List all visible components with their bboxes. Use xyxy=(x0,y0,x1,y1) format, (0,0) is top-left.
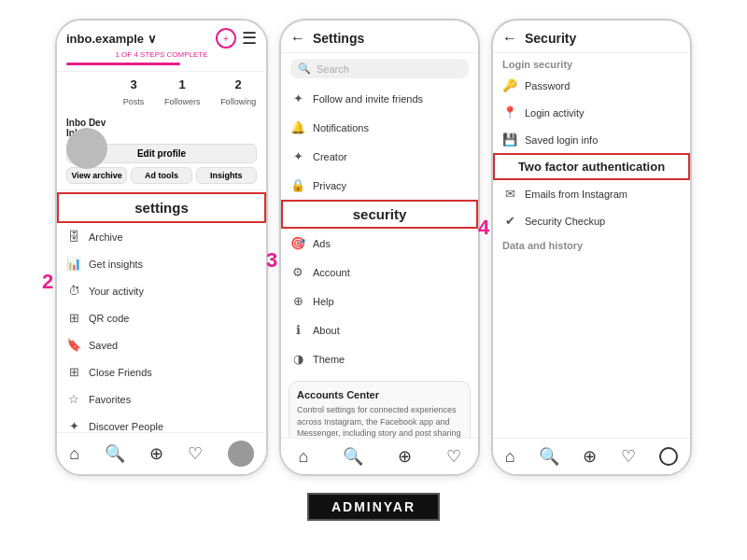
phone3-wrapper: ← Security Login security 🔑 Password 📍 L… xyxy=(491,19,692,476)
home-nav-icon2[interactable]: ⌂ xyxy=(298,447,308,467)
insights-label: Get insights xyxy=(89,259,143,270)
back-arrow-icon[interactable]: ← xyxy=(290,30,305,47)
close-friends-icon: ⊞ xyxy=(66,365,81,379)
settings-item-creator[interactable]: ✦ Creator xyxy=(281,142,478,171)
menu-item-qr[interactable]: ⊞ QR code xyxy=(57,304,266,331)
search-nav-icon[interactable]: 🔍 xyxy=(105,443,125,464)
saved-login-label: Saved login info xyxy=(525,134,598,146)
username-label: inbo.example ∨ xyxy=(66,32,157,46)
menu-item-insights[interactable]: 📊 Get insights xyxy=(57,250,266,277)
saved-login-icon: 💾 xyxy=(502,133,517,147)
discover-icon: ✦ xyxy=(66,419,81,433)
login-activity-icon: 📍 xyxy=(502,105,517,119)
security-title: Security xyxy=(525,31,576,46)
phone2: ← Settings 🔍 Search ✦ Follow and invite … xyxy=(279,19,480,476)
profile-nav-icon[interactable] xyxy=(228,441,254,467)
home-nav-icon[interactable]: ⌂ xyxy=(69,444,79,464)
creator-icon: ✦ xyxy=(290,149,305,163)
settings-highlight-box[interactable]: settings xyxy=(57,192,266,223)
favorites-icon: ☆ xyxy=(66,392,81,406)
search-nav-icon2[interactable]: 🔍 xyxy=(343,446,363,467)
menu-item-archive[interactable]: 🗄 Archive xyxy=(57,223,266,250)
search-bar[interactable]: 🔍 Search xyxy=(290,59,469,78)
add-nav-icon[interactable]: ⊕ xyxy=(149,443,163,464)
menu-item-close-friends[interactable]: ⊞ Close Friends xyxy=(57,358,266,385)
followers-count: 1 xyxy=(164,77,201,91)
close-friends-label: Close Friends xyxy=(89,367,152,378)
account-icon: ⚙ xyxy=(290,265,305,279)
menu-item-favorites[interactable]: ☆ Favorites xyxy=(57,385,266,413)
search-input: Search xyxy=(317,63,349,75)
main-container: inbo.example ∨ + ☰ 1 OF 4 STEPS COMPLETE… xyxy=(9,9,738,485)
about-icon: ℹ xyxy=(290,323,305,337)
settings-label: settings xyxy=(59,194,264,221)
settings-item-notifications[interactable]: 🔔 Notifications xyxy=(281,113,478,142)
security-item-saved-login[interactable]: 💾 Saved login info xyxy=(493,126,690,153)
accounts-center-title: Accounts Center xyxy=(297,389,462,400)
security-highlight-box[interactable]: security xyxy=(281,200,478,229)
home-nav-icon3[interactable]: ⌂ xyxy=(505,447,515,467)
ad-tools-button[interactable]: Ad tools xyxy=(131,167,191,184)
phone1-bottom-nav: ⌂ 🔍 ⊕ ♡ xyxy=(57,432,266,474)
notifications-icon: 🔔 xyxy=(290,120,305,134)
menu-item-saved[interactable]: 🔖 Saved xyxy=(57,331,266,358)
settings-item-ads[interactable]: 🎯 Ads xyxy=(281,229,478,258)
heart-nav-icon3[interactable]: ♡ xyxy=(621,446,636,467)
phone2-bottom-nav: ⌂ 🔍 ⊕ ♡ xyxy=(281,438,478,474)
tfa-highlight-box[interactable]: Two factor authentication xyxy=(493,153,690,180)
activity-label: Your activity xyxy=(89,286,144,297)
header-icons: + ☰ xyxy=(216,28,257,49)
menu-item-activity[interactable]: ⏱ Your activity xyxy=(57,277,266,304)
step2-badge: 2 xyxy=(42,270,53,294)
search-icon: 🔍 xyxy=(298,63,311,75)
menu-icon[interactable]: ☰ xyxy=(242,28,257,49)
security-item-login-activity[interactable]: 📍 Login activity xyxy=(493,99,690,126)
settings-title: Settings xyxy=(313,31,364,46)
add-nav-icon2[interactable]: ⊕ xyxy=(398,446,412,467)
step3-badge: 3 xyxy=(266,248,277,273)
back-arrow-icon3[interactable]: ← xyxy=(502,30,517,47)
creator-label: Creator xyxy=(313,151,347,162)
password-label: Password xyxy=(525,80,570,91)
phone1-header: inbo.example ∨ + ☰ 1 OF 4 STEPS COMPLETE xyxy=(57,21,266,72)
saved-icon: 🔖 xyxy=(66,338,81,352)
checkup-label: Security Checkup xyxy=(525,216,605,227)
settings-item-about[interactable]: ℹ About xyxy=(281,315,478,344)
settings-item-follow[interactable]: ✦ Follow and invite friends xyxy=(281,84,478,113)
settings-item-theme[interactable]: ◑ Theme xyxy=(281,344,478,373)
favorites-label: Favorites xyxy=(89,394,131,405)
posts-stat: 3 Posts xyxy=(123,77,145,108)
login-activity-label: Login activity xyxy=(525,107,585,119)
view-archive-button[interactable]: View archive xyxy=(66,167,127,184)
add-nav-icon3[interactable]: ⊕ xyxy=(583,446,597,467)
activity-icon: ⏱ xyxy=(66,284,81,298)
security-item-password[interactable]: 🔑 Password xyxy=(493,72,690,99)
ads-icon: 🎯 xyxy=(290,236,305,250)
following-count: 2 xyxy=(220,77,256,91)
phone3-bottom-nav: ⌂ 🔍 ⊕ ♡ xyxy=(493,438,690,474)
settings-item-account[interactable]: ⚙ Account xyxy=(281,258,478,287)
help-icon: ⊕ xyxy=(290,294,305,308)
profile-nav-icon3[interactable] xyxy=(659,447,678,466)
notification-icon[interactable]: + xyxy=(216,28,236,49)
settings-item-privacy[interactable]: 🔒 Privacy xyxy=(281,171,478,200)
follow-label: Follow and invite friends xyxy=(313,93,423,105)
action-buttons: View archive Ad tools Insights xyxy=(66,167,257,184)
theme-icon: ◑ xyxy=(290,352,305,366)
security-item-checkup[interactable]: ✔ Security Checkup xyxy=(493,207,690,234)
insights-button[interactable]: Insights xyxy=(196,167,257,184)
stats-row: 3 Posts 1 Followers 2 Following xyxy=(113,72,266,114)
discover-label: Discover People xyxy=(89,421,163,432)
saved-label: Saved xyxy=(89,340,118,351)
ads-label: Ads xyxy=(313,238,331,249)
divider xyxy=(57,189,266,190)
settings-item-help[interactable]: ⊕ Help xyxy=(281,287,478,315)
search-nav-icon3[interactable]: 🔍 xyxy=(539,446,559,467)
security-item-emails[interactable]: ✉ Emails from Instagram xyxy=(493,180,690,207)
emails-icon: ✉ xyxy=(502,187,517,201)
phone1: inbo.example ∨ + ☰ 1 OF 4 STEPS COMPLETE… xyxy=(55,19,268,476)
heart-nav-icon2[interactable]: ♡ xyxy=(446,446,461,467)
privacy-icon: 🔒 xyxy=(290,178,305,192)
avatar xyxy=(66,128,107,169)
heart-nav-icon[interactable]: ♡ xyxy=(188,443,203,464)
